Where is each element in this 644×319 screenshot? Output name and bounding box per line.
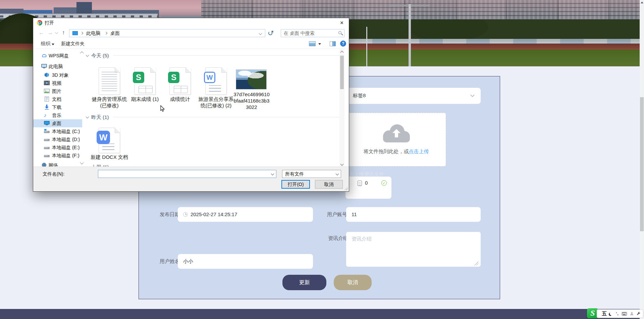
scroll-up-icon[interactable] — [340, 51, 344, 54]
sidebar-item-desktop[interactable]: 桌面 — [33, 119, 82, 127]
view-mode-caret-icon[interactable] — [318, 43, 321, 45]
address-bar[interactable]: 此电脑 桌面 — [69, 29, 265, 37]
refresh-icon[interactable] — [268, 31, 272, 35]
chevron-down-icon[interactable] — [271, 172, 274, 176]
drive-icon — [44, 137, 50, 142]
organize-button[interactable]: 组织 — [41, 41, 54, 47]
up-icon[interactable]: ↑ — [62, 29, 65, 36]
intro-textarea[interactable] — [346, 232, 481, 267]
wps-sheet-badge: S — [168, 72, 179, 83]
sidebar-item-wps-cloud[interactable]: WPS网盘 — [33, 52, 82, 60]
back-icon[interactable]: ← — [39, 29, 44, 36]
computer-icon — [41, 64, 47, 69]
sidebar-item-documents[interactable]: 文档 — [33, 95, 82, 103]
scrollbar-thumb[interactable] — [340, 56, 344, 89]
recent-locations-icon[interactable] — [55, 31, 58, 34]
group-header-yesterday[interactable]: 昨天 (1) — [86, 114, 109, 121]
wps-doc-badge: W — [204, 72, 215, 83]
filetype-select[interactable]: 所有文件 — [282, 170, 341, 178]
sidebar-item-videos[interactable]: 视频 — [33, 79, 82, 87]
update-button[interactable]: 更新 — [282, 275, 326, 290]
dropzone-hint: 将文件拖到此处，或 — [364, 148, 409, 154]
moon-icon[interactable] — [610, 312, 613, 315]
resize-grip[interactable] — [344, 186, 348, 190]
name-input[interactable]: 小小 — [178, 254, 313, 269]
sidebar-item-music[interactable]: ♪ 音乐 — [33, 111, 82, 119]
breadcrumb-root[interactable]: 此电脑 — [86, 30, 100, 37]
address-dropdown-icon[interactable] — [259, 32, 262, 35]
punctuation-icon[interactable]: ’, — [616, 312, 619, 316]
organize-label: 组织 — [41, 41, 50, 46]
publish-date-input[interactable]: 2025-02-27 14:25:17 — [178, 207, 313, 222]
sidebar-item-drive-c[interactable]: 本地磁盘 (C:) — [33, 127, 82, 135]
wps-doc-file-icon: W — [205, 67, 227, 95]
search-input[interactable] — [283, 30, 333, 36]
sidebar-item-drive-f[interactable]: 本地磁盘 (F:) — [33, 151, 82, 160]
sidebar-item-downloads[interactable]: 下载 — [33, 103, 82, 111]
open-button[interactable]: 打开(O) — [281, 180, 310, 189]
file-list-scrollbar[interactable] — [339, 49, 344, 167]
cloud-upload-icon — [382, 123, 411, 142]
preview-pane-icon[interactable] — [330, 41, 336, 46]
ime-toolbar[interactable]: 五 ’, — [597, 309, 643, 318]
sidebar-item-3d-objects[interactable]: 3D 对象 — [33, 71, 82, 79]
cube-icon — [44, 72, 50, 77]
click-upload-link[interactable]: 点击上传 — [409, 148, 429, 154]
upload-dropzone[interactable]: 将文件拖到此处，或点击上传 — [346, 113, 446, 167]
dialog-titlebar[interactable]: 打开 × — [33, 18, 349, 27]
music-icon: ♪ — [44, 113, 50, 118]
desktop-icon — [72, 31, 78, 35]
chrome-icon — [37, 20, 42, 25]
light-pole — [409, 4, 411, 66]
help-icon[interactable]: ? — [340, 41, 346, 47]
name-label: 用户姓名 — [160, 258, 180, 265]
dialog-navbar: ← → ↑ 此电脑 桌面 — [33, 27, 349, 39]
breadcrumb-current[interactable]: 桌面 — [110, 30, 120, 37]
sidebar-item-pictures[interactable]: 图片 — [33, 87, 82, 95]
filename-input[interactable] — [100, 171, 267, 177]
textarea-resize-grip[interactable] — [474, 261, 478, 265]
sidebar-item-drive-d[interactable]: 本地磁盘 (D:) — [33, 135, 82, 143]
check-circle-icon: ✓ — [381, 180, 387, 186]
uploaded-file-card[interactable]: 0 ✓ — [345, 177, 391, 199]
tag-select[interactable]: 标签8 — [346, 88, 481, 104]
form-cancel-button[interactable]: 取消 — [334, 275, 372, 290]
sidebar-item-drive-e[interactable]: 本地磁盘 (E:) — [33, 143, 82, 151]
page-scrollbar[interactable] — [640, 0, 644, 319]
sidebar-item-this-pc[interactable]: 此电脑 — [33, 62, 82, 70]
scrollbar-thumb[interactable] — [640, 97, 644, 231]
drive-icon — [44, 145, 50, 150]
group-header-today[interactable]: 今天 (5) — [86, 53, 109, 59]
search-box[interactable] — [281, 29, 344, 37]
view-mode-icon[interactable] — [309, 41, 316, 46]
wubi-mode[interactable]: 五 — [602, 311, 607, 317]
keyboard-icon[interactable] — [622, 312, 627, 316]
chevron-down-icon — [336, 172, 339, 176]
caret-down-icon — [52, 44, 54, 45]
page-footer — [0, 309, 640, 319]
close-icon[interactable]: × — [337, 19, 346, 27]
document-icon — [358, 181, 362, 186]
filename-label: 文件名(N): — [43, 171, 64, 177]
chevron-down-icon — [470, 93, 475, 97]
account-input[interactable]: 11 — [346, 207, 481, 222]
flag-pole — [366, 27, 367, 66]
scroll-up-icon[interactable] — [641, 2, 643, 3]
wrench-icon[interactable] — [637, 312, 640, 316]
publish-date-value: 2025-02-27 14:25:17 — [191, 211, 237, 217]
uploaded-file-name: 0 — [365, 180, 368, 186]
screen: 标签8 将文件拖到此处，或点击上传 点击上传资讯文件 0 ✓ 发布日期 2025… — [0, 0, 644, 319]
dialog-cancel-button[interactable]: 取消 — [315, 180, 343, 189]
user-icon[interactable] — [630, 312, 634, 316]
filename-combo[interactable] — [98, 170, 276, 178]
breadcrumb-separator-icon — [105, 32, 107, 35]
picture-icon — [44, 88, 50, 93]
download-icon — [44, 105, 50, 110]
collapse-icon — [86, 54, 89, 57]
film-icon — [44, 80, 50, 85]
text-file-icon — [99, 67, 120, 95]
scroll-down-icon[interactable] — [340, 163, 344, 166]
forward-icon[interactable]: → — [47, 29, 53, 36]
new-folder-button[interactable]: 新建文件夹 — [61, 41, 85, 47]
clock-icon — [183, 212, 188, 217]
